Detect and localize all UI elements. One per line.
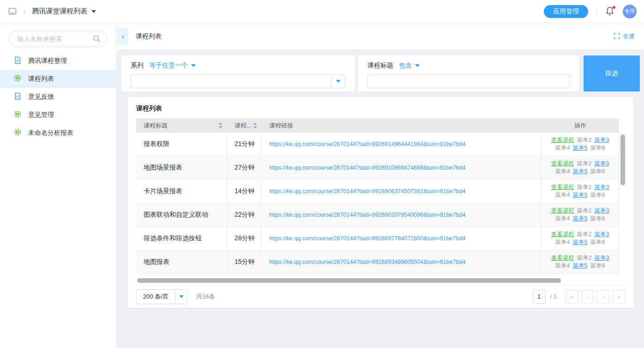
topbar-right: 应用管理 专用 xyxy=(544,5,637,18)
menu2-action[interactable]: 菜单2 xyxy=(577,231,592,238)
menu5-action[interactable]: 菜单5 xyxy=(573,191,588,199)
select-arrow-icon[interactable] xyxy=(331,75,345,88)
sidebar-item-label: 意见反馈 xyxy=(28,93,54,101)
sidebar-item-label: 课程列表 xyxy=(28,75,54,83)
doc-icon xyxy=(14,56,21,66)
menu3-action[interactable]: 菜单3 xyxy=(595,231,609,238)
menu5-action[interactable]: 菜单5 xyxy=(573,168,588,176)
window-logo-icon[interactable] xyxy=(7,6,18,17)
app-manage-button[interactable]: 应用管理 xyxy=(544,5,588,18)
table-row: 图表联动和自定义联动 22分钟 https://ke.qq.com/course… xyxy=(136,203,619,227)
menu4-action[interactable]: 菜单4 xyxy=(555,191,570,199)
chevron-down-icon xyxy=(415,64,420,67)
view-course-action[interactable]: 查看课程 xyxy=(551,136,574,144)
chevron-down-icon xyxy=(91,10,96,13)
sidebar-item-unnamed-report[interactable]: 未命名分析报表 xyxy=(0,124,116,142)
menu5-action[interactable]: 菜单5 xyxy=(573,144,588,152)
vertical-scrollbar-thumb[interactable] xyxy=(620,134,625,185)
sidebar-search xyxy=(9,31,107,47)
filter-title-label: 课程标题 xyxy=(367,61,393,70)
table-header: 课程标题 课程... 课程链接 xyxy=(136,118,619,133)
page-title: 课程列表 xyxy=(136,32,162,41)
course-link[interactable]: https://ke.qq.com/course/2870144?taid=99… xyxy=(269,258,465,266)
menu2-action[interactable]: 菜单2 xyxy=(577,160,592,168)
last-page-button[interactable]: » xyxy=(613,290,625,304)
course-link-cell: https://ke.qq.com/course/2870144?taid=99… xyxy=(262,227,542,250)
sort-icon[interactable] xyxy=(253,122,257,128)
sort-icon[interactable] xyxy=(218,122,223,128)
menu4-action[interactable]: 菜单4 xyxy=(555,144,570,152)
view-course-action[interactable]: 查看课程 xyxy=(551,254,574,262)
course-link[interactable]: https://ke.qq.com/course/2870144?taid=99… xyxy=(269,140,465,148)
menu6-action[interactable]: 菜单6 xyxy=(590,191,605,199)
menu4-action[interactable]: 菜单4 xyxy=(555,262,570,270)
menu6-action[interactable]: 菜单6 xyxy=(590,168,605,176)
series-select[interactable] xyxy=(131,74,345,88)
chevron-left-icon: ‹ xyxy=(121,32,124,41)
view-course-action[interactable]: 查看课程 xyxy=(551,183,574,191)
course-link[interactable]: https://ke.qq.com/course/2870144?taid=99… xyxy=(269,211,465,219)
first-page-button[interactable]: « xyxy=(566,290,578,304)
menu2-action[interactable]: 菜单2 xyxy=(577,136,592,144)
total-count: 共16条 xyxy=(196,293,215,301)
row-actions-cell: 查看课程菜单2菜单3菜单4菜单5菜单6 xyxy=(542,250,619,274)
table-body: 报表权限 21分钟 https://ke.qq.com/course/28701… xyxy=(136,133,619,274)
menu5-action[interactable]: 菜单5 xyxy=(573,262,588,270)
page-number-input[interactable] xyxy=(533,290,546,304)
select-arrow-icon[interactable] xyxy=(175,290,187,304)
course-link[interactable]: https://ke.qq.com/course/2870144?taid=99… xyxy=(269,164,465,171)
menu3-action[interactable]: 菜单3 xyxy=(595,160,609,168)
course-link[interactable]: https://ke.qq.com/course/2870144?taid=99… xyxy=(269,235,465,242)
horizontal-scrollbar-thumb[interactable] xyxy=(137,278,561,283)
view-course-action[interactable]: 查看课程 xyxy=(551,160,574,168)
sidebar-item-label: 腾讯课程整理 xyxy=(28,57,67,65)
sidebar-item-feedback[interactable]: 意见反馈 xyxy=(0,88,116,106)
filter-submit-button[interactable]: 筛选 xyxy=(584,55,640,92)
menu6-action[interactable]: 菜单6 xyxy=(590,262,605,270)
menu6-action[interactable]: 菜单6 xyxy=(590,144,605,152)
menu4-action[interactable]: 菜单4 xyxy=(555,168,570,176)
search-icon[interactable] xyxy=(93,35,101,44)
filter-title-operator[interactable]: 包含 xyxy=(399,61,420,70)
breadcrumb[interactable]: 腾讯课堂课程列表 xyxy=(32,7,96,16)
prev-page-button[interactable]: ‹ xyxy=(581,290,594,304)
menu5-action[interactable]: 菜单5 xyxy=(573,238,588,246)
table-row: 筛选条件和筛选按钮 28分钟 https://ke.qq.com/course/… xyxy=(136,227,619,250)
col-header-course-link: 课程链接 xyxy=(269,122,293,130)
sidebar-item-course-list[interactable]: 课程列表 xyxy=(0,70,116,88)
notification-bell-icon[interactable] xyxy=(605,6,615,17)
sidebar-item-feedback-manage[interactable]: 意见管理 xyxy=(0,106,116,124)
filter-series-operator[interactable]: 等于任意一个 xyxy=(149,61,196,70)
course-title-input[interactable] xyxy=(367,74,570,88)
sidebar: 腾讯课程整理 课程列表 意见反馈 意见管理 未命名分析报表 xyxy=(0,24,117,348)
target-icon xyxy=(14,128,21,137)
page-size-select[interactable]: 200 条/页 xyxy=(136,289,188,304)
course-title-cell: 地图报表 xyxy=(136,250,227,274)
course-link[interactable]: https://ke.qq.com/course/2870144?taid=99… xyxy=(269,188,465,195)
menu6-action[interactable]: 菜单6 xyxy=(590,215,605,223)
view-course-action[interactable]: 查看课程 xyxy=(551,207,574,215)
menu2-action[interactable]: 菜单2 xyxy=(577,254,592,262)
course-link-cell: https://ke.qq.com/course/2870144?taid=99… xyxy=(262,156,542,179)
menu2-action[interactable]: 菜单2 xyxy=(577,183,592,191)
menu2-action[interactable]: 菜单2 xyxy=(577,207,592,215)
avatar[interactable]: 专用 xyxy=(623,5,637,18)
menu3-action[interactable]: 菜单3 xyxy=(595,207,609,215)
next-page-button[interactable]: › xyxy=(597,290,609,304)
sidebar-item-tencent-course-organize[interactable]: 腾讯课程整理 xyxy=(0,52,116,70)
menu4-action[interactable]: 菜单4 xyxy=(555,238,570,246)
menu3-action[interactable]: 菜单3 xyxy=(595,136,609,144)
course-title-cell: 地图场景报表 xyxy=(136,156,227,179)
menu5-action[interactable]: 菜单5 xyxy=(573,215,588,223)
course-duration-cell: 22分钟 xyxy=(227,203,262,226)
course-duration-cell: 28分钟 xyxy=(227,227,262,250)
menu4-action[interactable]: 菜单4 xyxy=(555,215,570,223)
course-link-cell: https://ke.qq.com/course/2870144?taid=99… xyxy=(262,203,542,226)
back-button[interactable]: ‹ xyxy=(117,28,128,45)
row-actions-cell: 查看课程菜单2菜单3菜单4菜单5菜单6 xyxy=(542,227,619,250)
menu3-action[interactable]: 菜单3 xyxy=(595,183,609,191)
fullscreen-button[interactable]: 全屏 xyxy=(614,32,635,41)
menu3-action[interactable]: 菜单3 xyxy=(595,254,609,262)
menu6-action[interactable]: 菜单6 xyxy=(590,238,605,246)
view-course-action[interactable]: 查看课程 xyxy=(551,231,574,238)
